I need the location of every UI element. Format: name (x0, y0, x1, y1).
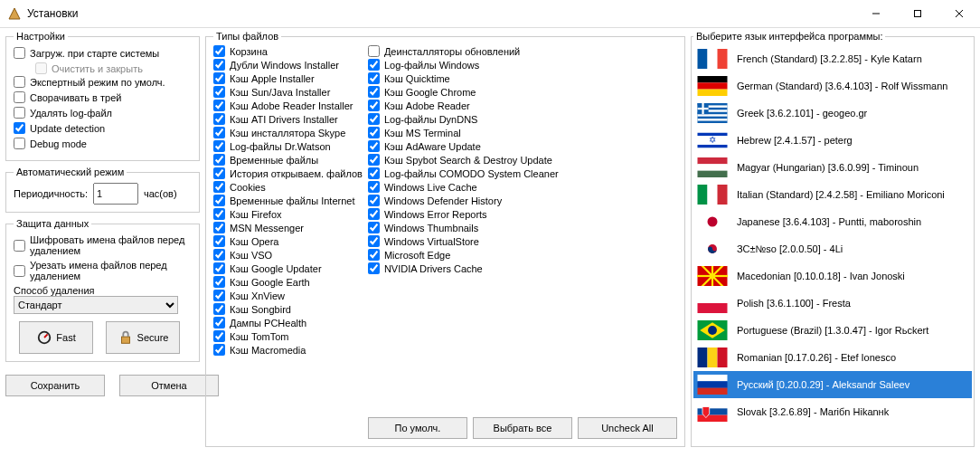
delete-method-select[interactable]: Стандарт (14, 296, 178, 314)
filetype-left-1[interactable]: Дубли Windows Installer (213, 59, 363, 71)
cancel-button[interactable]: Отмена (119, 375, 219, 396)
filetype-right-11[interactable]: Windows Defender History (368, 195, 677, 206)
filetype-left-checkbox-2[interactable] (213, 72, 225, 84)
language-item-mk[interactable]: Macedonian [0.10.0.18] - Ivan Jonoski (693, 262, 972, 290)
filetype-right-10[interactable]: Windows Live Cache (368, 181, 677, 193)
select-all-button[interactable]: Выбрать все (473, 417, 572, 439)
filetype-right-checkbox-12[interactable] (368, 208, 380, 220)
filetype-left-checkbox-7[interactable] (213, 140, 225, 152)
language-item-br[interactable]: Portuguese (Brazil) [1.3.0.47] - Igor Rь… (693, 317, 972, 344)
filetype-right-checkbox-11[interactable] (368, 195, 380, 206)
language-item-de[interactable]: German (Standard) [3.6.4.103] - Rolf Wis… (693, 72, 972, 100)
setting-checkbox-6[interactable] (14, 138, 25, 149)
filetype-right-12[interactable]: Windows Error Reports (368, 208, 677, 220)
filetype-right-checkbox-8[interactable] (368, 154, 380, 166)
filetype-left-4[interactable]: Кэш Adobe Reader Installer (213, 100, 363, 111)
filetype-left-15[interactable]: Кэш VSO (213, 249, 363, 261)
period-input[interactable] (93, 183, 138, 205)
filetype-right-5[interactable]: Log-файлы DynDNS (368, 113, 677, 125)
filetype-left-16[interactable]: Кэш Google Updater (213, 262, 363, 274)
filetype-left-12[interactable]: Кэш Firefox (213, 208, 363, 220)
language-item-pl[interactable]: Polish [3.6.1.100] - Fresta (693, 290, 972, 317)
language-item-ru[interactable]: Русский [0.20.0.29] - Aleksandr Saleev (693, 371, 972, 398)
protect-checkbox-1[interactable] (14, 265, 25, 277)
filetype-left-checkbox-8[interactable] (213, 154, 225, 166)
language-item-gr[interactable]: Greek [3.6.2.101] - geogeo.gr (693, 100, 972, 127)
language-list[interactable]: French (Standard) [3.2.2.85] - Kyle Kata… (693, 45, 972, 443)
filetype-left-checkbox-19[interactable] (213, 303, 225, 315)
language-item-jp[interactable]: Japanese [3.6.4.103] - Puntti, maboroshi… (693, 208, 972, 235)
filetype-left-checkbox-15[interactable] (213, 249, 225, 261)
filetype-right-6[interactable]: Кэш MS Terminal (368, 127, 677, 138)
filetype-right-2[interactable]: Кэш Quicktime (368, 72, 677, 84)
maximize-button[interactable] (897, 0, 938, 27)
secure-button[interactable]: Secure (106, 321, 180, 354)
filetype-right-checkbox-2[interactable] (368, 72, 380, 84)
filetype-left-checkbox-5[interactable] (213, 113, 225, 125)
filetype-right-13[interactable]: Windows Thumbnails (368, 222, 677, 233)
filetype-left-checkbox-1[interactable] (213, 59, 225, 71)
filetype-left-0[interactable]: Корзина (213, 45, 363, 57)
filetype-left-14[interactable]: Кэш Opera (213, 235, 363, 247)
filetype-right-checkbox-9[interactable] (368, 167, 380, 179)
filetype-left-7[interactable]: Log-файлы Dr.Watson (213, 140, 363, 152)
filetype-left-10[interactable]: Cookies (213, 181, 363, 193)
filetype-left-checkbox-6[interactable] (213, 127, 225, 138)
filetype-right-checkbox-14[interactable] (368, 235, 380, 247)
filetype-left-19[interactable]: Кэш Songbird (213, 303, 363, 315)
filetype-right-checkbox-13[interactable] (368, 222, 380, 233)
language-item-kr[interactable]: ЗС±№so [2.0.0.50] - 4Li (693, 235, 972, 262)
language-item-sk[interactable]: Slovak [3.2.6.89] - Mariбn Hikanнk (693, 398, 972, 425)
filetype-left-checkbox-13[interactable] (213, 222, 225, 233)
protect-1[interactable]: Урезать имена файлов перед удалением (14, 260, 192, 281)
filetype-right-checkbox-1[interactable] (368, 59, 380, 71)
filetype-left-checkbox-10[interactable] (213, 181, 225, 193)
filetype-left-5[interactable]: Кэш ATI Drivers Installer (213, 113, 363, 125)
filetype-left-17[interactable]: Кэш Google Earth (213, 276, 363, 288)
filetype-right-checkbox-5[interactable] (368, 113, 380, 125)
filetype-left-checkbox-14[interactable] (213, 235, 225, 247)
filetype-right-checkbox-6[interactable] (368, 127, 380, 138)
protect-checkbox-0[interactable] (14, 240, 25, 252)
filetype-right-checkbox-3[interactable] (368, 86, 380, 98)
filetype-left-3[interactable]: Кэш Sun/Java Installer (213, 86, 363, 98)
setting-checkbox-2[interactable] (14, 76, 25, 88)
filetype-right-8[interactable]: Кэш Spybot Search & Destroy Update (368, 154, 677, 166)
filetype-right-14[interactable]: Windows VirtualStore (368, 235, 677, 247)
language-item-ro[interactable]: Romanian [0.17.0.26] - Etef Ionesco (693, 344, 972, 371)
setting-5[interactable]: Update detection (14, 122, 192, 134)
filetype-left-checkbox-4[interactable] (213, 100, 225, 111)
save-button[interactable]: Сохранить (5, 375, 105, 396)
filetype-left-6[interactable]: Кэш инсталлятора Skype (213, 127, 363, 138)
filetype-left-checkbox-12[interactable] (213, 208, 225, 220)
filetype-left-checkbox-18[interactable] (213, 290, 225, 301)
setting-2[interactable]: Экспертный режим по умолч. (14, 76, 192, 88)
filetype-left-21[interactable]: Кэш TomTom (213, 330, 363, 342)
defaults-button[interactable]: По умолч. (368, 417, 467, 439)
language-item-it[interactable]: Italian (Standard) [2.4.2.58] - Emiliano… (693, 181, 972, 208)
protect-0[interactable]: Шифровать имена файлов перед удалением (14, 234, 192, 256)
filetype-left-22[interactable]: Кэш Macromedia (213, 344, 363, 356)
filetype-right-checkbox-16[interactable] (368, 262, 380, 274)
filetype-left-18[interactable]: Кэш XnView (213, 290, 363, 301)
uncheck-all-button[interactable]: Uncheck All (578, 417, 677, 439)
filetype-left-checkbox-9[interactable] (213, 167, 225, 179)
filetype-right-checkbox-4[interactable] (368, 100, 380, 111)
language-item-hu[interactable]: Magyar (Hungarian) [3.6.0.99] - Timinoun (693, 154, 972, 181)
setting-checkbox-5[interactable] (14, 122, 25, 134)
fast-button[interactable]: Fast (19, 321, 93, 354)
filetype-left-11[interactable]: Временные файлы Internet (213, 195, 363, 206)
minimize-button[interactable] (855, 0, 897, 27)
setting-checkbox-1[interactable] (35, 62, 47, 74)
filetype-left-checkbox-0[interactable] (213, 45, 225, 57)
filetype-right-checkbox-7[interactable] (368, 140, 380, 152)
filetype-left-2[interactable]: Кэш Apple Installer (213, 72, 363, 84)
setting-checkbox-0[interactable] (14, 47, 25, 59)
setting-checkbox-4[interactable] (14, 107, 25, 119)
close-button[interactable] (938, 0, 980, 27)
filetype-right-7[interactable]: Кэш AdAware Update (368, 140, 677, 152)
setting-6[interactable]: Debug mode (14, 138, 192, 149)
filetype-left-checkbox-17[interactable] (213, 276, 225, 288)
filetype-right-9[interactable]: Log-файлы COMODO System Cleaner (368, 167, 677, 179)
filetype-right-checkbox-10[interactable] (368, 181, 380, 193)
